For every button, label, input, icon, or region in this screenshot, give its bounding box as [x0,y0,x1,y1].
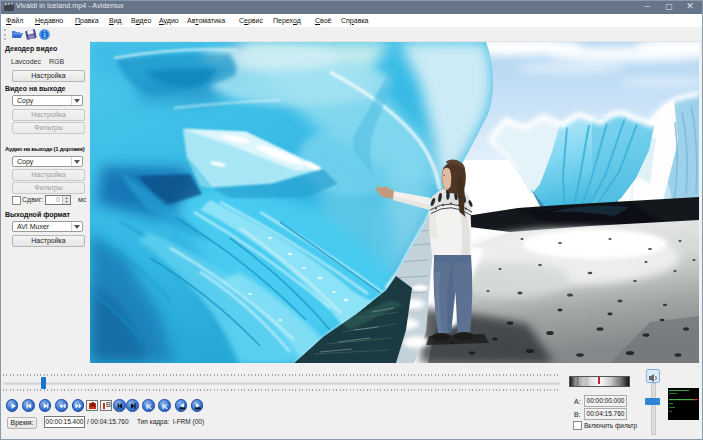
svg-text:K: K [162,402,168,411]
svg-text:K: K [146,402,152,411]
